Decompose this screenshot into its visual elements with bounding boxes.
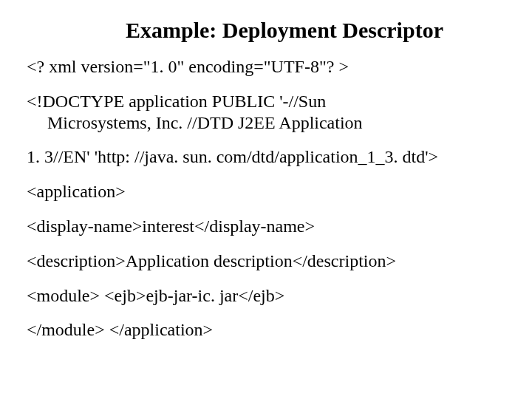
xml-declaration: <? xml version="1. 0" encoding="UTF-8"? … bbox=[27, 56, 505, 78]
module-application-close: </module> </application> bbox=[27, 319, 505, 341]
doctype-continuation: 1. 3//EN' 'http: //java. sun. com/dtd/ap… bbox=[27, 146, 505, 168]
doctype-part2: Microsystems, Inc. //DTD J2EE Applicatio… bbox=[27, 112, 505, 134]
application-open: <application> bbox=[27, 181, 505, 202]
display-name-element: <display-name>interest</display-name> bbox=[27, 216, 505, 237]
doctype-part1: <!DOCTYPE application PUBLIC '-//Sun bbox=[27, 92, 326, 111]
module-ejb-line: <module> <ejb>ejb-jar-ic. jar</ejb> bbox=[27, 285, 505, 307]
doctype-line: <!DOCTYPE application PUBLIC '-//Sun Mic… bbox=[27, 91, 505, 134]
description-element: <description>Application description</de… bbox=[27, 250, 505, 272]
slide-title: Example: Deployment Descriptor bbox=[27, 18, 505, 43]
